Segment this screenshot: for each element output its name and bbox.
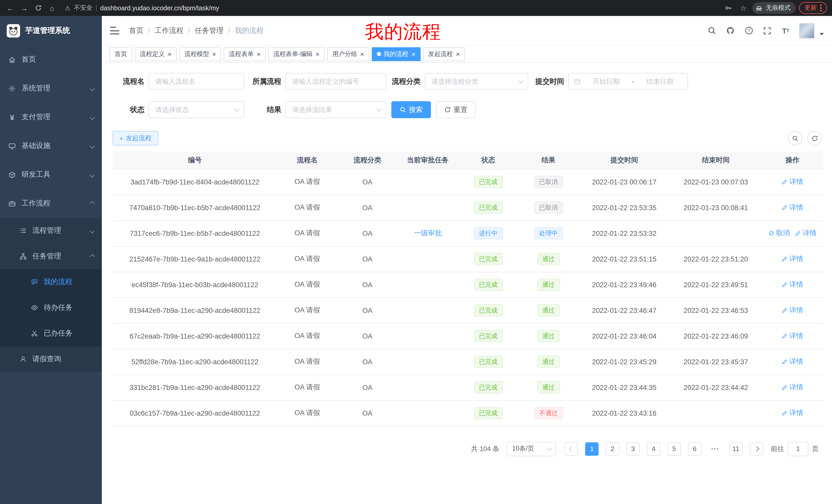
forward-icon[interactable]: → [19,3,29,13]
page-button-1[interactable]: 1 [585,442,599,455]
sidebar-item-task-management[interactable]: 任务管理 [0,244,102,269]
update-button[interactable]: 更新 [799,2,827,14]
password-key-icon[interactable] [723,2,734,13]
monitor-icon [8,142,17,150]
sidebar-item-workflow[interactable]: 工作流程 [0,189,102,218]
tab-start-process[interactable]: 发起流程× [423,47,465,61]
category-select[interactable]: 请选择流程分类 [425,73,528,90]
page-button-2[interactable]: 2 [606,442,619,455]
security-label[interactable]: 不安全 [74,4,93,12]
tab-user-group[interactable]: 用户分组× [327,47,369,61]
page-button-5[interactable]: 5 [668,442,681,455]
end-date-placeholder[interactable]: 结束日期 [637,77,682,86]
submit-time-range-picker[interactable]: 开始日期 - 结束日期 [568,73,688,90]
detail-action[interactable]: 详情 [782,331,803,341]
address-bar[interactable]: ⚠ 不安全 dashboard.yudao.iocoder.cn/bpm/tas… [61,2,719,14]
fullscreen-icon[interactable] [762,25,772,36]
breadcrumb-item-workflow[interactable]: 工作流程 [144,26,184,35]
page-button-11[interactable]: 11 [729,442,743,455]
result-tag: 已取消 [534,176,563,188]
font-size-icon[interactable]: TT [781,25,791,36]
close-icon[interactable]: × [456,51,460,57]
back-icon[interactable]: ← [5,3,16,13]
sidebar-item-my-process[interactable]: 我的流程 [0,269,102,295]
goto-page-input[interactable] [788,442,808,456]
current-task-link[interactable]: 一级审批 [414,229,442,238]
detail-action[interactable]: 详情 [782,254,803,263]
page-button-4[interactable]: 4 [647,442,660,455]
tab-process-form-edit[interactable]: 流程表单-编辑× [268,47,325,61]
reset-button[interactable]: 重置 [436,101,476,118]
help-icon[interactable]: ? [744,25,754,36]
page-button-3[interactable]: 3 [626,442,640,455]
tab-process-form[interactable]: 流程表单× [224,47,266,61]
close-icon[interactable]: × [257,51,260,57]
menu-fold-icon[interactable] [110,25,120,36]
page-content: 流程名 所属流程 流程分类 请选择流程分类 提交时间 开始日期 - 结束日期 [102,63,832,504]
toggle-search-button[interactable] [788,131,802,145]
process-definition-label: 所属流程 [244,73,285,90]
sidebar-item-leave-query[interactable]: 请假查询 [0,346,102,372]
avatar[interactable] [799,23,814,38]
chevron-down-icon [90,87,94,90]
result-select[interactable]: 请选择流结果 [285,101,386,118]
process-name-input[interactable] [149,73,244,90]
status-tag: 已完成 [474,201,503,214]
detail-action[interactable]: 详情 [795,229,816,238]
chevron-up-icon [90,255,94,258]
detail-action[interactable]: 详情 [782,383,803,392]
detail-action[interactable]: 详情 [782,357,803,366]
sidebar-item-system[interactable]: 系统管理 [0,74,102,103]
calendar-icon [574,78,580,85]
detail-action[interactable]: 详情 [782,306,803,315]
status-tag: 已完成 [474,176,503,188]
close-icon[interactable]: × [167,51,172,57]
sidebar-item-todo-tasks[interactable]: 待办任务 [0,295,102,320]
detail-action[interactable]: 详情 [782,203,803,212]
page-button-6[interactable]: 6 [688,442,701,455]
column-header-status: 状态 [458,151,518,169]
sidebar-item-process-management[interactable]: 流程管理 [0,218,102,244]
sidebar-item-devtools[interactable]: 研发工具 [0,160,102,189]
sidebar-item-infrastructure[interactable]: 基础设施 [0,132,102,160]
close-icon[interactable]: × [316,51,319,57]
detail-action[interactable]: 详情 [782,409,803,418]
status-tag: 进行中 [474,227,503,240]
tab-my-process[interactable]: 我的流程× [372,47,420,61]
status-select[interactable]: 请选择状态 [149,101,244,118]
tab-home[interactable]: 首页 [109,47,132,61]
next-page-button[interactable] [750,442,763,455]
more-pages-icon[interactable]: ··· [709,442,722,455]
breadcrumb-item-task-management[interactable]: 任务管理 [184,26,224,35]
sidebar-item-payment[interactable]: ¥ 支付管理 [0,103,102,132]
close-icon[interactable]: × [360,51,364,57]
bookmark-star-icon[interactable]: ☆ [738,2,749,13]
prev-page-button[interactable] [565,442,578,455]
url-text[interactable]: dashboard.yudao.iocoder.cn/bpm/task/my [100,4,219,11]
browser-menu-icon[interactable] [821,4,822,12]
refresh-button[interactable] [807,131,822,145]
user-menu-caret-icon[interactable] [820,33,824,35]
detail-action[interactable]: 详情 [782,177,803,187]
tab-process-model[interactable]: 流程模型× [179,47,221,61]
github-icon[interactable] [725,25,735,36]
search-icon[interactable] [706,25,717,36]
detail-action[interactable]: 详情 [782,280,803,289]
search-button[interactable]: 搜索 [391,101,431,118]
sidebar-item-done-tasks[interactable]: 已办任务 [0,320,102,346]
cancel-action[interactable]: 取消 [768,229,790,238]
browser-home-icon[interactable]: ⌂ [47,3,57,13]
status-tag: 已完成 [474,330,503,342]
close-icon[interactable]: × [411,51,415,57]
sidebar-item-home[interactable]: 首页 [0,45,102,74]
page-size-select[interactable]: 10条/页 [506,442,556,456]
start-process-button[interactable]: + 发起流程 [113,131,158,145]
breadcrumb-item-home[interactable]: 首页 [129,26,144,35]
status-tag: 已完成 [474,253,503,265]
process-definition-input[interactable] [285,73,386,90]
chevron-down-icon [547,446,552,451]
start-date-placeholder[interactable]: 开始日期 [583,77,629,86]
close-icon[interactable]: × [212,51,216,57]
tab-process-definition[interactable]: 流程定义× [135,47,177,61]
reload-icon[interactable] [33,3,43,13]
